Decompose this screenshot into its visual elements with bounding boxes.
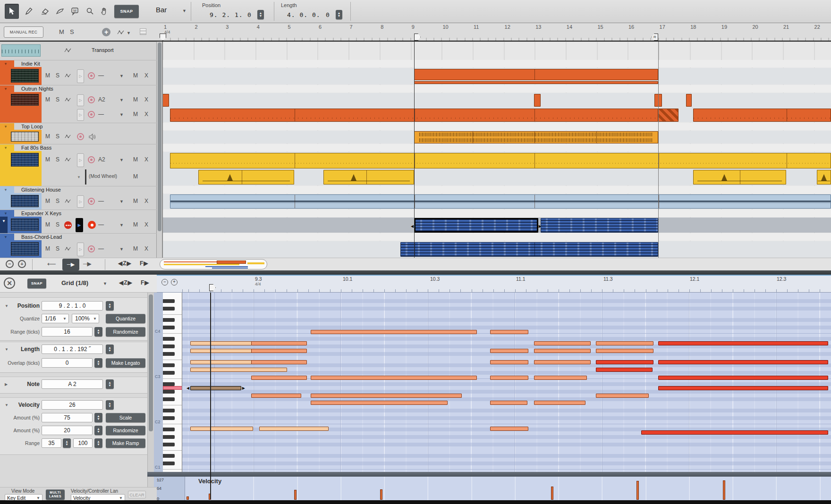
lane-delete-button[interactable]: X xyxy=(144,156,148,163)
lane-play-button[interactable]: ▷ xyxy=(77,69,84,83)
black-key[interactable] xyxy=(163,409,175,412)
midi-note[interactable] xyxy=(490,427,528,431)
lane-play-button[interactable]: ▷ xyxy=(77,195,84,208)
pencil-arrow-tool-selected[interactable]: ─▶ xyxy=(62,259,79,270)
clip-orange[interactable] xyxy=(686,94,692,107)
folder-collapse-arrow[interactable]: ▼ xyxy=(4,125,8,129)
track-name[interactable]: Indie Kit xyxy=(21,61,40,67)
velocity-bar[interactable] xyxy=(380,489,382,500)
record-enable-icon[interactable] xyxy=(88,221,96,229)
quantize-button[interactable]: Quantize xyxy=(106,314,145,323)
scale-amount-stepper[interactable]: ▲▼ xyxy=(94,413,102,422)
scrollbar-thumb[interactable] xyxy=(149,294,153,431)
clip-hatch[interactable] xyxy=(658,109,678,122)
lane-mute-button[interactable]: M xyxy=(133,198,138,204)
black-key[interactable] xyxy=(163,454,175,458)
lane-mute-button[interactable]: M xyxy=(133,173,138,180)
midi-note[interactable] xyxy=(311,330,477,334)
piano-roll-grid[interactable] xyxy=(182,293,831,472)
black-key[interactable] xyxy=(163,352,175,356)
track-name[interactable]: Top Loop xyxy=(21,124,42,129)
range-high-stepper[interactable]: ▲▼ xyxy=(94,438,102,448)
lane-mute-button[interactable]: M xyxy=(133,111,138,118)
randomize-amount-stepper[interactable]: ▲▼ xyxy=(94,426,102,435)
black-key[interactable] xyxy=(163,363,175,367)
clip-mod[interactable] xyxy=(817,170,831,185)
track-solo-button[interactable]: S xyxy=(56,72,59,79)
randomize-position-button[interactable]: Randomize xyxy=(106,327,145,336)
track-mute-button[interactable]: M xyxy=(45,245,50,252)
zoom-z-buttons[interactable]: ◀Z▶ xyxy=(118,260,132,267)
device-thumbnail[interactable] xyxy=(11,132,39,142)
automation-override-icon[interactable] xyxy=(64,221,72,229)
automation-icon[interactable] xyxy=(65,158,71,162)
lane-mute-button[interactable]: M xyxy=(133,72,138,79)
velocity-lane[interactable]: Velocity xyxy=(185,477,831,500)
editor-snap-toggle[interactable]: SNAP xyxy=(27,278,46,288)
track-mute-button[interactable]: M xyxy=(45,133,50,140)
quantize-strength-dropdown[interactable]: 100%▼ xyxy=(72,314,99,323)
chevron-down-icon[interactable]: ▼ xyxy=(119,74,124,78)
lane-target-value[interactable]: — xyxy=(98,245,104,252)
clear-button[interactable]: CLEAR xyxy=(128,491,146,498)
pencil-arrow-left-tool[interactable]: ⟵ xyxy=(47,260,56,268)
scrollbar-thumb[interactable] xyxy=(158,42,161,231)
scale-button[interactable]: Scale xyxy=(106,413,145,422)
clip-orange-l[interactable] xyxy=(170,109,658,122)
quantize-value-dropdown[interactable]: 1/16▼ xyxy=(42,314,69,323)
black-key[interactable] xyxy=(163,428,175,431)
black-key[interactable] xyxy=(163,371,175,375)
midi-note[interactable] xyxy=(596,394,649,398)
midi-note[interactable] xyxy=(658,386,828,390)
midi-note[interactable] xyxy=(251,349,307,353)
lane-mute-button[interactable]: M xyxy=(133,245,138,252)
lane-target-value[interactable]: A2 xyxy=(98,156,105,163)
lane-target-value[interactable]: — xyxy=(98,221,104,228)
lane-target-value[interactable]: — xyxy=(98,111,104,118)
automation-icon[interactable] xyxy=(65,199,71,203)
midi-note[interactable] xyxy=(534,341,591,345)
track-name[interactable]: Fat 80s Bass xyxy=(21,145,51,151)
midi-note[interactable] xyxy=(490,376,528,380)
track-name[interactable]: Glistening House xyxy=(21,187,61,193)
editor-vscrollbar[interactable] xyxy=(147,293,154,500)
midi-note[interactable] xyxy=(190,427,253,431)
range-high-field[interactable]: 100 xyxy=(73,438,93,448)
midi-note[interactable] xyxy=(534,376,587,380)
record-enable-icon[interactable] xyxy=(88,72,95,79)
midi-note[interactable] xyxy=(641,430,828,435)
lane-mute-button[interactable]: M xyxy=(133,96,138,103)
velocity-bar[interactable] xyxy=(294,490,297,500)
randomize-amount-field[interactable]: 20 xyxy=(42,426,93,435)
midi-note[interactable] xyxy=(596,349,653,353)
panel-divider[interactable] xyxy=(0,270,831,275)
record-enable-icon[interactable] xyxy=(88,198,95,205)
black-key[interactable] xyxy=(163,390,175,394)
lane-play-button[interactable]: ▷ xyxy=(77,243,84,256)
midi-note[interactable] xyxy=(311,401,448,405)
editor-zoom-in-button[interactable]: + xyxy=(171,279,178,286)
midi-note[interactable] xyxy=(658,376,828,380)
track-name[interactable]: Expander X Keys xyxy=(21,210,61,216)
velocity-stepper[interactable]: ▲▼ xyxy=(106,400,114,410)
chevron-down-icon[interactable]: ▼ xyxy=(119,247,124,252)
clip-mod[interactable] xyxy=(323,170,414,185)
clip-audio[interactable] xyxy=(414,131,658,143)
lane-delete-button[interactable]: X xyxy=(144,111,148,118)
position-field[interactable]: 9 . 2 . 1 . 0 xyxy=(42,301,103,311)
midi-note[interactable] xyxy=(658,341,828,345)
device-thumbnail[interactable] xyxy=(11,242,39,256)
clip-midi[interactable] xyxy=(400,242,658,257)
lane-target-value[interactable]: — xyxy=(98,72,104,79)
record-enable-icon[interactable] xyxy=(88,96,95,103)
black-key[interactable] xyxy=(163,337,175,341)
length-field[interactable]: 0 . 1 . 2 . 192 ˝ xyxy=(42,344,103,354)
black-key[interactable] xyxy=(163,462,175,465)
midi-note[interactable] xyxy=(490,360,528,364)
track-solo-button[interactable]: S xyxy=(56,221,59,228)
lane-mute-button[interactable]: M xyxy=(133,221,138,228)
clip-midisel[interactable] xyxy=(414,218,538,233)
editor-zoom-z-buttons[interactable]: ◀Z▶ xyxy=(119,279,133,286)
velocity-field[interactable]: 26 xyxy=(42,400,103,410)
automation-icon[interactable] xyxy=(64,48,72,53)
